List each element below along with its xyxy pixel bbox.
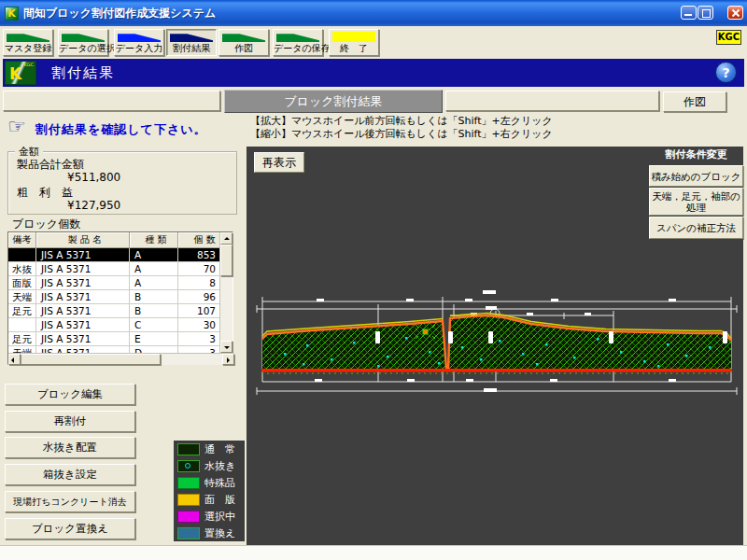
edge-handling-button[interactable]: 天端，足元，袖部の処理 <box>649 188 743 216</box>
ramp-icon <box>62 32 105 42</box>
replaced-swatch <box>177 527 200 539</box>
right-arrow-icon <box>227 357 230 363</box>
table-header: 備考 製 品 名 種 類 個 数 <box>8 232 233 248</box>
gross-profit-value: ¥127,950 <box>67 199 120 212</box>
tab-filler-right <box>445 91 659 111</box>
close-button[interactable] <box>727 6 743 20</box>
legend-item-replaced: 置換え <box>174 525 245 541</box>
zoom-hints: 【拡大】マウスホイール前方回転もしくは「Shift」+左クリック 【縮小】マウス… <box>250 115 553 141</box>
box-out-setting-button[interactable]: 箱抜き設定 <box>5 464 135 485</box>
selected-swatch <box>177 511 200 523</box>
table-row[interactable]: 水抜 JIS A 5371 A 70 <box>8 262 233 276</box>
minimize-button[interactable] <box>681 6 697 20</box>
instruction-message: 割付結果を確認して下さい。 <box>35 121 207 138</box>
window-title: 間知ブロック割付図作成支援システム <box>23 6 216 21</box>
legend-item-selected: 選択中 <box>174 508 245 525</box>
legend-item-panel: 面 版 <box>174 491 245 508</box>
block-count-caption: ブロック個数 <box>12 217 80 232</box>
page-title: 割付結果 <box>51 64 115 82</box>
zoom-in-hint: 【拡大】マウスホイール前方回転もしくは「Shift」+左クリック <box>250 115 553 128</box>
drain-placement-button[interactable]: 水抜き配置 <box>5 437 135 458</box>
redraw-button[interactable]: 再表示 <box>254 152 304 173</box>
down-arrow-icon <box>224 346 230 349</box>
vertical-scrollbar[interactable] <box>219 232 233 353</box>
panel-swatch <box>177 494 200 506</box>
toolbar-button-draw[interactable]: 作図 <box>218 29 269 56</box>
scroll-up-button[interactable] <box>220 232 233 245</box>
tab-draw-button[interactable]: 作図 <box>663 91 726 112</box>
up-arrow-icon <box>224 237 230 240</box>
total-amount-value: ¥511,800 <box>67 171 120 184</box>
table-row[interactable]: 天端 JIS A 5371 B 96 <box>8 290 233 304</box>
re-layout-button[interactable]: 再割付 <box>5 411 135 432</box>
special-swatch <box>177 477 200 489</box>
tab-filler-left <box>3 91 220 111</box>
window-bottom-strip <box>0 545 747 560</box>
table-row[interactable]: 足元 JIS A 5371 B 107 <box>8 304 233 318</box>
left-arrow-icon <box>11 357 14 363</box>
table-body: JIS A 5371 A 853 水抜 JIS A 5371 A 70 面版 J… <box>8 248 233 353</box>
block-count-table: 備考 製 品 名 種 類 個 数 JIS A 5371 A 853 水抜 JIS… <box>7 231 233 365</box>
table-row[interactable]: 面版 JIS A 5371 A 8 <box>8 276 233 290</box>
toolbar-button-data-select[interactable]: データの選択 <box>58 29 108 56</box>
span-correction-button[interactable]: スパンの補正方法 <box>649 217 743 239</box>
toolbar-button-data-input[interactable]: データ入力 <box>114 29 164 56</box>
ramp-icon <box>222 32 265 42</box>
scroll-down-button[interactable] <box>220 341 233 353</box>
erase-cast-concrete-button[interactable]: 現場打ちコンクリート消去 <box>5 491 135 512</box>
toolbar-button-data-save[interactable]: データの保存 <box>273 29 323 56</box>
start-block-button[interactable]: 積み始めのブロック <box>649 165 743 187</box>
drain-ring-icon <box>185 463 190 469</box>
scroll-right-button[interactable] <box>222 354 234 365</box>
table-row[interactable]: 足元 JIS A 5371 E 3 <box>8 332 233 346</box>
ramp-icon <box>276 32 319 42</box>
layout-condition-panel: 割付条件変更 積み始めのブロック 天端，足元，袖部の処理 スパンの補正方法 <box>649 147 743 239</box>
legend-item-special: 特殊品 <box>174 474 245 491</box>
vertical-scroll-thumb[interactable] <box>220 245 233 276</box>
block-edit-button[interactable]: ブロック編集 <box>5 384 135 405</box>
col-name: 製 品 名 <box>36 232 130 248</box>
toolbar-button-layout-result[interactable]: 割付結果 <box>166 29 217 56</box>
table-row[interactable]: JIS A 5371 A 853 <box>8 248 233 262</box>
gross-profit-label: 粗 利 益 <box>17 185 73 201</box>
block-legend: 通 常 水抜き 特殊品 面 版 選択中 置換え <box>174 441 245 541</box>
table-row[interactable]: 天端 JIS A 5371 D 3 <box>8 346 233 353</box>
drain-swatch <box>177 460 200 472</box>
block-replace-button[interactable]: ブロック置換え <box>5 518 135 539</box>
normal-swatch <box>177 443 200 455</box>
rect-icon <box>332 32 375 42</box>
col-type: 種 類 <box>130 232 178 248</box>
ramp-icon <box>170 32 213 42</box>
scroll-left-button[interactable] <box>8 354 21 365</box>
page-header: K KGC 割付結果 ? <box>3 59 744 87</box>
window-titlebar[interactable]: K 間知ブロック割付図作成支援システム <box>0 0 747 26</box>
kgc-badge: KGC <box>716 30 741 45</box>
horizontal-scrollbar[interactable] <box>8 353 234 365</box>
kgc-logo-icon: K KGC <box>5 61 36 85</box>
tab-block-layout-result[interactable]: ブロック割付結果 <box>224 90 443 113</box>
toolbar-button-exit[interactable]: 終 了 <box>329 29 379 56</box>
toolbar-button-master[interactable]: マスタ登録 <box>3 29 53 56</box>
help-button[interactable]: ? <box>715 62 737 83</box>
legend-item-drain: 水抜き <box>174 457 245 474</box>
condition-panel-header: 割付条件変更 <box>649 147 743 164</box>
main-toolbar: マスタ登録 データの選択 データ入力 割付結果 作図 データの保存 終 了 KG… <box>0 26 747 60</box>
col-count: 個 数 <box>178 232 221 248</box>
pointing-hand-icon: ☞ <box>7 115 26 138</box>
base-line <box>261 369 732 372</box>
ramp-icon <box>118 32 161 42</box>
block-wall <box>261 314 732 374</box>
horizontal-scroll-thumb[interactable] <box>21 354 161 365</box>
app-icon: K <box>5 7 19 21</box>
col-note: 備考 <box>8 232 36 248</box>
restore-button[interactable] <box>698 6 713 20</box>
table-row[interactable]: JIS A 5371 C 30 <box>8 318 233 332</box>
legend-item-normal: 通 常 <box>174 441 245 457</box>
ramp-icon <box>7 32 49 42</box>
zoom-out-hint: 【縮小】マウスホイール後方回転もしくは「Shift」+右クリック <box>250 128 553 141</box>
